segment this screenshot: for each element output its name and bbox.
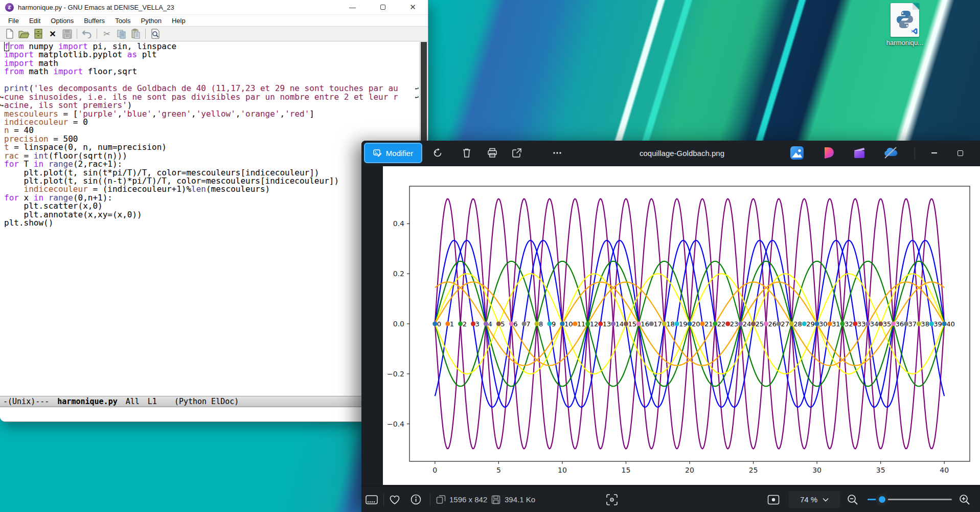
- fit-view-icon: [767, 495, 780, 505]
- paste-button[interactable]: [128, 27, 143, 40]
- emacs-buffer-text-area[interactable]: from numpy import pi, sin, linspaceimpor…: [0, 42, 419, 396]
- matplotlib-figure: 0123456789101112131415161718192021222324…: [383, 166, 980, 485]
- search-button[interactable]: [148, 27, 163, 40]
- code-line: import matplotlib.pyplot as plt: [4, 51, 419, 59]
- emacs-window-title: harmonique.py - GNU Emacs at DENISE_VELL…: [18, 4, 174, 11]
- svg-text:15: 15: [622, 466, 631, 474]
- share-button[interactable]: [508, 145, 526, 161]
- emacs-app-icon: ε: [5, 3, 14, 12]
- photos-filename-title: coquillage-Goldbach.png: [631, 141, 733, 165]
- cut-button[interactable]: ✂: [100, 27, 114, 40]
- undo-button[interactable]: [80, 27, 94, 40]
- menu-edit[interactable]: Edit: [24, 16, 45, 26]
- desktop-icon-harmonique[interactable]: harmoniqu...: [875, 3, 935, 47]
- svg-text:21: 21: [704, 320, 713, 328]
- svg-text:16: 16: [641, 320, 649, 328]
- code-line: plt.annotate(x,xy=(x,0)): [4, 211, 419, 219]
- filmstrip-toggle-button[interactable]: [366, 486, 378, 512]
- delete-button[interactable]: [458, 145, 476, 161]
- svg-text:5: 5: [496, 466, 501, 474]
- svg-text:17: 17: [653, 320, 662, 328]
- line-wrap-end-icon: ↩: [415, 84, 419, 93]
- svg-text:34: 34: [870, 320, 879, 328]
- photos-maximize-button[interactable]: [948, 141, 972, 165]
- menu-buffers[interactable]: Buffers: [79, 16, 110, 26]
- photos-minimize-button[interactable]: [922, 141, 946, 165]
- menu-tools[interactable]: Tools: [110, 16, 135, 26]
- edit-image-icon: [373, 149, 382, 158]
- photo-viewer-canvas[interactable]: 0123456789101112131415161718192021222324…: [361, 165, 980, 486]
- zoom-slider-thumb[interactable]: [876, 494, 888, 506]
- svg-text:40: 40: [946, 320, 955, 328]
- svg-text:7: 7: [526, 320, 530, 328]
- photos-app-button[interactable]: [789, 145, 805, 161]
- fit-to-window-button[interactable]: [767, 486, 780, 512]
- clipchamp-app-button[interactable]: [852, 145, 867, 161]
- zoom-out-button[interactable]: [847, 486, 859, 512]
- svg-text:8: 8: [539, 320, 543, 328]
- visual-search-button[interactable]: [606, 486, 618, 512]
- edit-button[interactable]: Modifier: [364, 143, 422, 163]
- svg-text:15: 15: [628, 320, 636, 328]
- file-info-button[interactable]: [411, 486, 421, 512]
- vscode-badge-icon: [911, 28, 918, 35]
- menu-python[interactable]: Python: [135, 16, 166, 26]
- dired-button[interactable]: [31, 27, 45, 40]
- visual-search-icon: [606, 494, 618, 506]
- onedrive-status-button[interactable]: [883, 145, 898, 161]
- code-line: from math import floor,sqrt: [4, 68, 419, 76]
- file-size-value: 394.1 Ko: [505, 486, 535, 512]
- more-options-button[interactable]: [548, 145, 566, 161]
- zoom-slider[interactable]: [868, 499, 952, 500]
- photos-app-icon: [790, 146, 804, 160]
- toolbar-separator: [97, 29, 97, 39]
- svg-text:33: 33: [857, 320, 866, 328]
- favorite-button[interactable]: [389, 486, 400, 512]
- save-button[interactable]: [60, 27, 74, 40]
- emacs-maximize-button[interactable]: [368, 0, 398, 14]
- zoom-level-value: 74 %: [800, 495, 817, 504]
- zoom-in-icon: [959, 494, 971, 506]
- emacs-close-button[interactable]: ✕: [398, 0, 428, 14]
- new-file-button[interactable]: [3, 27, 17, 40]
- scissors-icon: ✂: [103, 29, 110, 39]
- open-file-button[interactable]: [17, 27, 31, 40]
- svg-text:11: 11: [577, 320, 586, 328]
- page-fold: [913, 3, 919, 10]
- paste-clipboard-icon: [131, 29, 140, 39]
- menu-help[interactable]: Help: [167, 16, 191, 26]
- copy-button[interactable]: [114, 27, 128, 40]
- goldbach-plot-image[interactable]: 0123456789101112131415161718192021222324…: [383, 166, 980, 485]
- svg-text:19: 19: [679, 320, 688, 328]
- rotate-button[interactable]: [428, 145, 447, 161]
- line-wrap-start-icon: ↪: [0, 101, 4, 109]
- edit-button-label: Modifier: [386, 149, 413, 158]
- menu-file[interactable]: File: [3, 16, 24, 26]
- trash-icon: [462, 148, 471, 158]
- titlebar-separator: [915, 147, 915, 159]
- ellipsis-icon: [552, 148, 562, 158]
- zoom-in-button[interactable]: [959, 486, 971, 512]
- emacs-titlebar: ε harmonique.py - GNU Emacs at DENISE_VE…: [0, 0, 428, 14]
- svg-text:0.4: 0.4: [393, 219, 404, 228]
- zoom-level-dropdown[interactable]: 74 %: [789, 491, 840, 508]
- open-folder-icon: [18, 29, 30, 39]
- svg-text:31: 31: [832, 320, 840, 328]
- menu-options[interactable]: Options: [45, 16, 79, 26]
- rotate-icon: [432, 148, 443, 158]
- svg-text:0: 0: [437, 320, 441, 328]
- maximize-icon: [380, 5, 385, 10]
- print-button[interactable]: [483, 145, 502, 161]
- svg-text:23: 23: [730, 320, 739, 328]
- close-buffer-button[interactable]: ✕: [45, 27, 60, 40]
- svg-text:10: 10: [558, 466, 567, 474]
- zoom-out-icon: [847, 494, 859, 506]
- emacs-minimize-button[interactable]: —: [337, 0, 368, 14]
- svg-text:26: 26: [768, 320, 777, 328]
- designer-app-button[interactable]: [821, 145, 836, 161]
- onedrive-cloud-slash-icon: [883, 146, 898, 160]
- svg-text:1: 1: [450, 320, 454, 328]
- slider-thumb-dot: [879, 496, 885, 503]
- desktop: { "desktop": { "icon": { "label": "harmo…: [0, 0, 980, 512]
- svg-text:36: 36: [896, 320, 904, 328]
